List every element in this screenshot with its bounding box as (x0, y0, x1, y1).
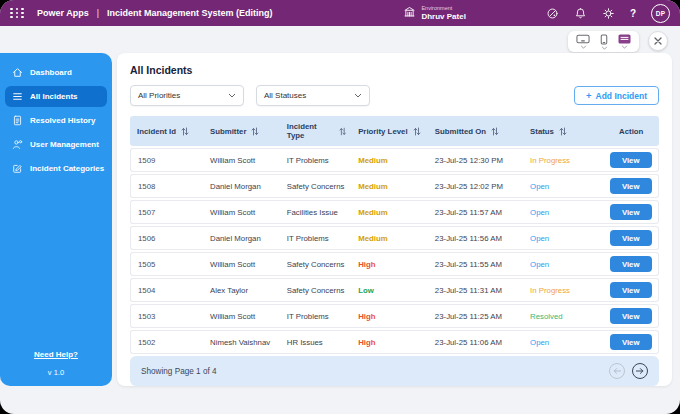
previous-page-button[interactable] (609, 363, 625, 379)
app-body: Dashboard All Incidents Resolved History… (0, 53, 680, 386)
view-button[interactable]: View (610, 178, 652, 194)
column-header-action: Action (603, 116, 659, 146)
table-row: 1503 William Scott IT Problems High 23-J… (130, 304, 659, 328)
document-icon (12, 115, 23, 126)
sort-icon (559, 127, 567, 136)
cell-priority: High (352, 304, 429, 328)
table-row: 1505 William Scott Safety Concerns High … (130, 252, 659, 276)
cell-action: View (603, 304, 659, 328)
column-header-incident-type[interactable]: Incident Type (281, 116, 352, 146)
column-header-status[interactable]: Status (524, 116, 603, 146)
edit-icon (12, 163, 23, 174)
view-button[interactable]: View (610, 152, 652, 168)
view-button[interactable]: View (610, 256, 652, 272)
sidebar-item-label: Dashboard (30, 68, 72, 77)
sidebar-item-dashboard[interactable]: Dashboard (5, 62, 107, 83)
cell-submitted-on: 23-Jul-25 11:25 AM (429, 304, 524, 328)
sidebar-item-incident-categories[interactable]: Incident Categories (5, 158, 107, 179)
cell-incident-type: IT Problems (281, 226, 352, 250)
topbar-icon-cluster: ? DP (546, 4, 670, 23)
settings-gear-icon[interactable] (602, 7, 615, 20)
column-header-submitter[interactable]: Submitter (204, 116, 281, 146)
app-window: Power Apps | Incident Management System … (0, 0, 680, 414)
cell-incident-id: 1509 (130, 148, 204, 172)
preview-tablet-button-selected[interactable] (618, 34, 631, 50)
sidebar-item-resolved-history[interactable]: Resolved History (5, 110, 107, 131)
sort-icon (339, 127, 347, 136)
pagination-bar: Showing Page 1 of 4 (130, 356, 659, 386)
cell-action: View (603, 278, 659, 302)
cell-incident-type: Safety Concerns (281, 252, 352, 276)
table-row: 1504 Alex Taylor Safety Concerns Low 23-… (130, 278, 659, 302)
cell-incident-type: HR Issues (281, 330, 352, 354)
studio-toolbar (0, 26, 680, 53)
app-checker-icon[interactable] (546, 7, 559, 20)
cell-submitter: William Scott (204, 252, 281, 276)
cell-status: Open (524, 200, 603, 224)
help-icon[interactable]: ? (630, 8, 636, 19)
cell-incident-type: Safety Concerns (281, 174, 352, 198)
priority-filter-dropdown[interactable]: All Priorities (130, 85, 244, 106)
filter-bar: All Priorities All Statuses + Add Incide… (130, 85, 659, 106)
pagination-controls (609, 363, 648, 379)
next-page-button[interactable] (632, 363, 648, 379)
sort-icon (251, 127, 259, 136)
priority-filter-value: All Priorities (138, 91, 180, 100)
page-title: All Incidents (130, 64, 659, 76)
cell-status: In Progress (524, 278, 603, 302)
notifications-bell-icon[interactable] (574, 7, 587, 20)
column-header-submitted-on[interactable]: Submitted On (429, 116, 524, 146)
avatar[interactable]: DP (651, 4, 670, 23)
view-button[interactable]: View (610, 230, 652, 246)
arrow-left-icon (612, 367, 622, 375)
cell-priority: Medium (352, 226, 429, 250)
cell-incident-type: Safety Concerns (281, 278, 352, 302)
view-button[interactable]: View (610, 308, 652, 324)
topbar: Power Apps | Incident Management System … (0, 0, 680, 26)
chevron-down-icon (228, 93, 236, 98)
cell-incident-id: 1508 (130, 174, 204, 198)
environment-text: Environment Dhruv Patel (421, 5, 465, 21)
cell-submitted-on: 23-Jul-25 11:06 AM (429, 330, 524, 354)
brand-label: Power Apps (37, 8, 89, 18)
view-button[interactable]: View (610, 334, 652, 350)
environment-picker[interactable]: Environment Dhruv Patel (403, 4, 465, 22)
sidebar: Dashboard All Incidents Resolved History… (0, 53, 112, 386)
cell-incident-id: 1504 (130, 278, 204, 302)
view-button[interactable]: View (610, 282, 652, 298)
preview-desktop-button[interactable] (576, 34, 590, 50)
preview-phone-button[interactable] (600, 34, 608, 50)
add-incident-label: Add Incident (596, 91, 647, 101)
cell-status: Open (524, 252, 603, 276)
cell-submitted-on: 23-Jul-25 11:56 AM (429, 226, 524, 250)
sidebar-item-all-incidents[interactable]: All Incidents (5, 86, 107, 107)
sidebar-item-user-management[interactable]: User Management (5, 134, 107, 155)
cell-incident-type: IT Problems (281, 304, 352, 328)
cell-incident-id: 1502 (130, 330, 204, 354)
cell-submitter: Daniel Morgan (204, 226, 281, 250)
chevron-down-icon (354, 93, 362, 98)
waffle-menu-icon[interactable] (10, 8, 25, 19)
status-filter-dropdown[interactable]: All Statuses (256, 85, 370, 106)
cell-priority: Low (352, 278, 429, 302)
cell-action: View (603, 252, 659, 276)
cell-status: Open (524, 174, 603, 198)
cell-priority: High (352, 330, 429, 354)
cell-submitted-on: 23-Jul-25 11:31 AM (429, 278, 524, 302)
cell-submitter: William Scott (204, 200, 281, 224)
view-button[interactable]: View (610, 204, 652, 220)
cell-incident-id: 1506 (130, 226, 204, 250)
cell-submitter: Alex Taylor (204, 278, 281, 302)
column-header-incident-id[interactable]: Incident Id (130, 116, 204, 146)
cell-status: In Progress (524, 148, 603, 172)
cell-action: View (603, 330, 659, 354)
cell-action: View (603, 200, 659, 224)
incidents-table: Incident Id Submitter Incident Type Prio… (130, 114, 659, 356)
need-help-link[interactable]: Need Help? (5, 350, 107, 359)
sort-icon (491, 127, 499, 136)
add-incident-button[interactable]: + Add Incident (574, 86, 659, 105)
close-preview-button[interactable] (648, 31, 668, 51)
cell-status: Open (524, 226, 603, 250)
chevron-down-icon (601, 46, 608, 50)
column-header-priority-level[interactable]: Priority Level (352, 116, 429, 146)
